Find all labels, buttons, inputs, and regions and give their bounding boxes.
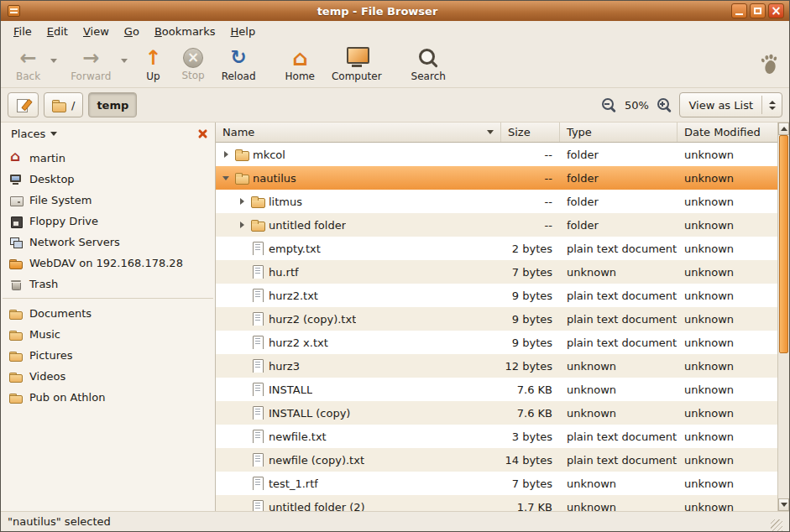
file-name: hurz3 (269, 360, 300, 373)
dropdown-caret-icon[interactable] (50, 59, 57, 63)
file-name-cell: hu.rtf (216, 265, 501, 279)
root-path-button[interactable]: / (44, 92, 83, 117)
sidebar-item[interactable]: Videos (1, 366, 215, 387)
table-row[interactable]: INSTALL 7.6 KB unknown unknown (216, 378, 777, 401)
zoom-out-icon[interactable] (601, 97, 616, 112)
folder-icon (9, 307, 23, 321)
toolbar-button[interactable]: Up (133, 45, 173, 84)
dropdown-caret-icon[interactable] (121, 59, 128, 63)
file-type-cell: plain text document (560, 336, 678, 349)
scrollbar-track[interactable] (778, 135, 789, 498)
file-name-cell: empty.txt (216, 242, 501, 255)
text-file-icon (251, 242, 264, 255)
file-name: litmus (269, 196, 302, 208)
sidebar-item[interactable]: Trash (1, 274, 215, 295)
scrollbar-thumb[interactable] (779, 135, 788, 353)
file-name-cell: nautilus (216, 171, 501, 185)
column-header[interactable]: Name (216, 123, 501, 142)
view-mode-selector[interactable]: View as List (679, 92, 782, 117)
column-header[interactable]: Type (560, 123, 678, 142)
table-row[interactable]: hurz3 12 bytes unknown unknown (216, 354, 777, 378)
close-sidebar-button[interactable] (196, 128, 209, 140)
places-title-label: Places (11, 128, 45, 140)
sidebar-item[interactable]: Documents (1, 303, 215, 324)
menu-item[interactable]: Help (223, 23, 264, 40)
column-header[interactable]: Date Modified (678, 123, 777, 142)
table-row[interactable]: empty.txt 2 bytes plain text document un… (216, 237, 777, 260)
toolbar-button[interactable]: Stop (173, 45, 212, 84)
table-row[interactable]: mkcol -- folder unknown (216, 143, 777, 166)
current-path-button[interactable]: temp (88, 92, 137, 117)
expander-icon[interactable] (221, 176, 231, 180)
table-row[interactable]: hurz2 x.txt 9 bytes plain text document … (216, 331, 777, 354)
toolbar-button[interactable]: Home (277, 45, 323, 84)
menu-item[interactable]: Edit (39, 23, 76, 40)
file-date-cell: unknown (678, 266, 777, 279)
vertical-scrollbar[interactable] (777, 123, 789, 511)
places-selector[interactable]: Places (7, 126, 61, 142)
table-row[interactable]: litmus -- folder unknown (216, 190, 777, 213)
titlebar[interactable]: temp - File Browser (1, 1, 789, 21)
network-icon (9, 236, 23, 249)
sidebar-item[interactable]: Network Servers (1, 232, 215, 253)
sidebar-item[interactable]: File System (1, 190, 215, 211)
column-header[interactable]: Size (501, 123, 560, 142)
sidebar-item[interactable]: Desktop (1, 169, 215, 190)
sidebar-item[interactable]: Pub on Athlon (1, 387, 215, 408)
file-name: mkcol (253, 149, 285, 161)
file-type-cell: folder (560, 149, 678, 161)
table-row[interactable]: hu.rtf 7 bytes unknown unknown (216, 260, 777, 284)
folder-icon (52, 99, 66, 112)
toolbar-button[interactable]: Forward (62, 45, 119, 84)
table-row[interactable]: test_1.rtf 7 bytes unknown unknown (216, 472, 777, 495)
toolbar-button[interactable]: Back (8, 45, 49, 84)
file-type-cell: plain text document (560, 454, 678, 467)
back-icon (17, 47, 40, 69)
table-row[interactable]: untitled folder (2) 1.7 KB unknown unkno… (216, 495, 777, 511)
sidebar-item[interactable]: Pictures (1, 345, 215, 366)
toolbar: Back Forward Up Stop (1, 41, 789, 88)
chevron-up-icon (781, 127, 787, 131)
table-row[interactable]: nautilus -- folder unknown (216, 166, 777, 190)
file-name-cell: INSTALL (216, 383, 501, 396)
table-row[interactable]: untitled folder -- folder unknown (216, 213, 777, 237)
caret-down-icon (50, 132, 57, 136)
expander-icon[interactable] (221, 151, 231, 158)
file-name: empty.txt (269, 243, 321, 255)
file-name: untitled folder (2) (269, 501, 365, 512)
sidebar-item[interactable]: Music (1, 324, 215, 345)
toolbar-button[interactable]: Search (403, 45, 454, 84)
sidebar-item[interactable]: martin (1, 148, 215, 169)
table-row[interactable]: INSTALL (copy) 7.6 KB unknown unknown (216, 401, 777, 425)
table-row[interactable]: newfile.txt 3 bytes plain text document … (216, 425, 777, 448)
minimize-button[interactable] (731, 3, 747, 18)
menu-item[interactable]: Bookmarks (147, 23, 223, 40)
file-name-cell: untitled folder (216, 218, 501, 232)
zoom-in-icon[interactable] (657, 97, 672, 112)
resize-grip[interactable] (771, 519, 782, 531)
close-button[interactable] (768, 3, 784, 18)
menu-item[interactable]: View (76, 23, 117, 40)
file-date-cell: unknown (678, 196, 777, 208)
maximize-button[interactable] (750, 3, 766, 18)
expander-icon[interactable] (237, 222, 247, 228)
sidebar-item[interactable]: WebDAV on 192.168.178.28 (1, 253, 215, 274)
zoom-level: 50% (624, 99, 649, 112)
file-date-cell: unknown (678, 383, 777, 396)
menu-item[interactable]: File (6, 23, 39, 40)
file-size-cell: 2 bytes (501, 243, 560, 255)
table-row[interactable]: hurz2 (copy).txt 9 bytes plain text docu… (216, 307, 777, 331)
edit-location-button[interactable] (8, 92, 39, 117)
table-row[interactable]: newfile (copy).txt 14 bytes plain text d… (216, 448, 777, 472)
desktop-icon (9, 173, 23, 186)
menu-item[interactable]: Go (117, 23, 147, 40)
toolbar-button[interactable]: Computer (323, 45, 390, 84)
expander-icon[interactable] (237, 198, 247, 205)
scroll-down-button[interactable] (778, 498, 789, 511)
folder-icon (251, 195, 264, 208)
sidebar-item[interactable]: Floppy Drive (1, 211, 215, 232)
toolbar-button[interactable]: Reload (213, 45, 264, 84)
spinner-arrows-icon[interactable] (761, 96, 776, 114)
scroll-up-button[interactable] (778, 123, 789, 135)
table-row[interactable]: hurz2.txt 9 bytes plain text document un… (216, 284, 777, 307)
